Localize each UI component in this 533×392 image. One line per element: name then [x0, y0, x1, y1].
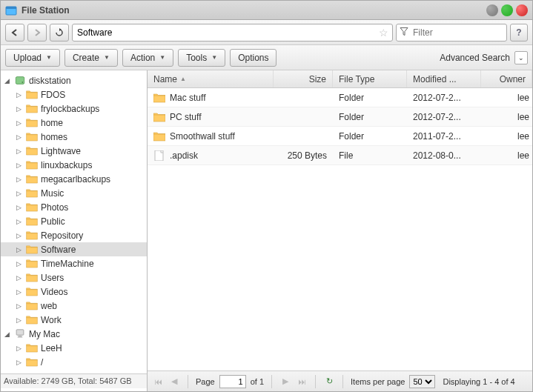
- help-button[interactable]: ?: [510, 24, 528, 41]
- tree-toggle-icon[interactable]: ▷: [14, 119, 23, 127]
- tree-node[interactable]: ▷ TimeMachine: [1, 256, 147, 270]
- advanced-search-toggle[interactable]: Advanced Search ⌄: [440, 51, 528, 64]
- tree-node[interactable]: ▷ Work: [1, 313, 147, 327]
- cell-modified: 2012-07-2...: [407, 93, 481, 103]
- cell-type: File: [333, 150, 407, 161]
- tree-node[interactable]: ▷ web: [1, 299, 147, 313]
- tree-node[interactable]: ▷ LeeH: [1, 341, 147, 355]
- tree-toggle-icon[interactable]: ▷: [14, 359, 23, 366]
- tree-node[interactable]: ▷ Software: [1, 242, 147, 256]
- tree-toggle-icon[interactable]: ◢: [2, 330, 11, 338]
- page-prev-button[interactable]: ◀: [168, 376, 180, 388]
- column-filetype[interactable]: File Type: [333, 70, 407, 87]
- grid-header: Name▲ Size File Type Modified ... Owner: [148, 70, 532, 88]
- action-button[interactable]: Action▼: [122, 49, 173, 67]
- page-next-button[interactable]: ▶: [279, 376, 291, 388]
- mac-icon: [14, 329, 26, 339]
- back-button[interactable]: [5, 24, 24, 41]
- column-size[interactable]: Size: [274, 70, 333, 87]
- folder-icon: [26, 343, 38, 353]
- cell-name: PC stuff: [170, 112, 201, 122]
- table-row[interactable]: PC stuff Folder 2012-07-2... lee: [148, 107, 532, 127]
- tools-button[interactable]: Tools▼: [178, 49, 225, 67]
- window-titlebar: File Station: [1, 1, 532, 20]
- tree-toggle-icon[interactable]: ◢: [2, 77, 11, 84]
- tree-toggle-icon[interactable]: ▷: [14, 232, 23, 239]
- tree-toggle-icon[interactable]: ▷: [14, 105, 23, 113]
- minimize-button[interactable]: [486, 4, 498, 16]
- create-button[interactable]: Create▼: [64, 49, 118, 67]
- tree-node[interactable]: ▷ Repository: [1, 228, 147, 242]
- favorite-icon[interactable]: ☆: [379, 27, 388, 39]
- tree-node[interactable]: ▷ Photos: [1, 200, 147, 214]
- cell-modified: 2012-07-2...: [407, 112, 481, 122]
- column-modified[interactable]: Modified ...: [407, 70, 481, 87]
- pager-status: Displaying 1 - 4 of 4: [443, 377, 514, 386]
- folder-icon: [26, 118, 38, 127]
- tree-toggle-icon[interactable]: ▷: [14, 91, 23, 99]
- tree-toggle-icon[interactable]: ▷: [14, 345, 23, 352]
- tree-toggle-icon[interactable]: ▷: [14, 162, 23, 169]
- filter-input[interactable]: [396, 24, 507, 41]
- tree-node[interactable]: ▷ Users: [1, 270, 147, 285]
- tree-toggle-icon[interactable]: ▷: [14, 147, 23, 155]
- action-toolbar: Upload▼ Create▼ Action▼ Tools▼ Options A…: [1, 45, 532, 70]
- page-refresh-button[interactable]: ↻: [323, 376, 335, 388]
- tree-toggle-icon[interactable]: ▷: [14, 260, 23, 268]
- tree-node[interactable]: ▷ /: [1, 355, 147, 369]
- forward-button[interactable]: [27, 24, 47, 41]
- tree-node[interactable]: ▷ home: [1, 116, 147, 130]
- tree-toggle-icon[interactable]: ▷: [14, 316, 23, 324]
- tree-node-label: Videos: [41, 287, 67, 297]
- items-per-page-select[interactable]: 50: [409, 375, 435, 388]
- refresh-button[interactable]: [50, 24, 69, 41]
- table-row[interactable]: Smoothwall stuff Folder 2011-07-2... lee: [148, 127, 532, 146]
- tree-node[interactable]: ▷ FDOS: [1, 87, 147, 102]
- folder-icon: [26, 188, 38, 198]
- tree-root[interactable]: ◢ diskstation: [1, 73, 147, 87]
- tree-node[interactable]: ▷ frylockbackups: [1, 102, 147, 116]
- column-owner[interactable]: Owner: [481, 70, 532, 87]
- tree-toggle-icon[interactable]: ▷: [14, 204, 23, 211]
- tree-toggle-icon[interactable]: ▷: [14, 218, 23, 225]
- column-name[interactable]: Name▲: [148, 70, 274, 87]
- cell-owner: lee: [481, 112, 532, 122]
- page-first-button[interactable]: ⏮: [152, 376, 164, 388]
- tree-node[interactable]: ▷ Lightwave: [1, 144, 147, 158]
- tree-toggle-icon[interactable]: ▷: [14, 176, 23, 183]
- tree-toggle-icon[interactable]: ▷: [14, 274, 23, 282]
- file-icon: [153, 150, 165, 161]
- tree-toggle-icon[interactable]: ▷: [14, 302, 23, 310]
- tree-node-label: linuxbackups: [41, 160, 92, 170]
- close-button[interactable]: [516, 4, 528, 16]
- app-icon: [5, 4, 17, 16]
- tree-node-label: Work: [41, 315, 62, 325]
- maximize-button[interactable]: [501, 4, 513, 16]
- table-row[interactable]: .apdisk 250 Bytes File 2012-08-0... lee: [148, 146, 532, 165]
- page-input[interactable]: [219, 375, 246, 388]
- folder-icon: [153, 112, 165, 122]
- tree-node[interactable]: ▷ Public: [1, 214, 147, 228]
- pager-toolbar: ⏮ ◀ Page of 1 ▶ ⏭ ↻ Items per page 50 Di…: [148, 371, 532, 391]
- tree-toggle-icon[interactable]: ▷: [14, 288, 23, 296]
- options-button[interactable]: Options: [230, 49, 277, 67]
- tree-node[interactable]: ▷ megacarlbackups: [1, 172, 147, 186]
- tree-node-label: Lightwave: [41, 146, 81, 156]
- folder-icon: [26, 104, 38, 113]
- upload-button[interactable]: Upload▼: [5, 49, 60, 67]
- tree-node-label: megacarlbackups: [41, 174, 110, 185]
- tree-node[interactable]: ▷ Videos: [1, 285, 147, 299]
- tree-root[interactable]: ◢ My Mac: [1, 327, 147, 341]
- tree-node[interactable]: ▷ linuxbackups: [1, 158, 147, 172]
- tree-toggle-icon[interactable]: ▷: [14, 190, 23, 197]
- tree-toggle-icon[interactable]: ▷: [14, 133, 23, 141]
- tree-node[interactable]: ▷ homes: [1, 130, 147, 144]
- tree-toggle-icon[interactable]: ▷: [14, 246, 23, 253]
- disk-usage-status: Available: 2749 GB, Total: 5487 GB: [1, 373, 147, 388]
- page-last-button[interactable]: ⏭: [296, 376, 308, 388]
- table-row[interactable]: Mac stuff Folder 2012-07-2... lee: [148, 88, 532, 107]
- window-title: File Station: [21, 5, 486, 16]
- tree-node[interactable]: ▷ Music: [1, 186, 147, 200]
- path-input[interactable]: [72, 24, 393, 41]
- folder-icon: [26, 146, 38, 156]
